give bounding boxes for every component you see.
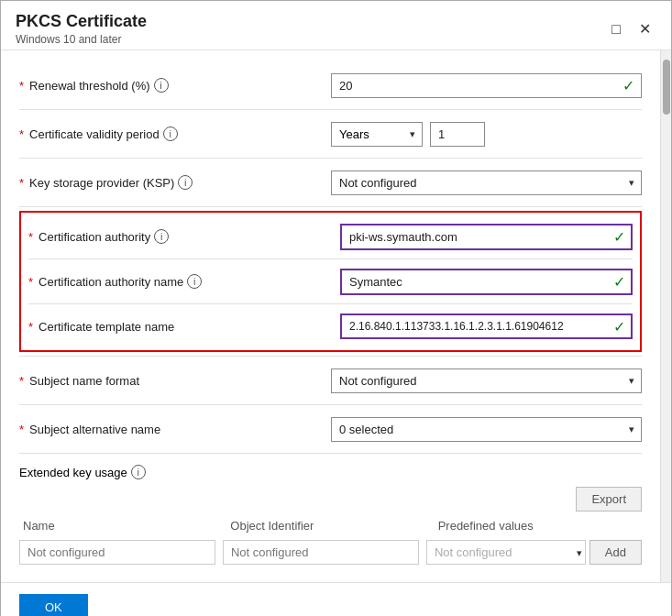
validity-unit-wrapper: Years Months Days ▾: [331, 122, 423, 147]
highlighted-section: * Certification authority i ✓: [19, 211, 642, 352]
cert-template-input-wrapper: ✓: [340, 314, 633, 339]
cert-authority-name-row: * Certification authority name i ✓: [28, 263, 633, 300]
predefined-col-header: Predefined values: [435, 519, 642, 533]
cert-template-label: * Certificate template name: [28, 320, 340, 334]
validity-period-label: * Certificate validity period i: [19, 126, 331, 141]
extended-key-section: Extended key usage i Export Name Object …: [19, 457, 642, 572]
validity-row: Years Months Days ▾: [331, 122, 642, 147]
form-area: * Renewal threshold (%) i ✓: [19, 65, 642, 572]
title-bar: PKCS Certificate Windows 10 and later □ …: [1, 1, 671, 50]
cert-authority-name-input-wrapper: ✓: [340, 269, 633, 295]
validity-value-input[interactable]: [430, 122, 485, 147]
renewal-threshold-checkmark: ✓: [622, 77, 634, 94]
ksp-info-icon[interactable]: i: [178, 175, 193, 190]
cert-authority-name-control: ✓: [340, 269, 633, 295]
required-star: *: [19, 79, 24, 93]
renewal-threshold-control: ✓: [331, 73, 642, 98]
predefined-select-wrapper: Not configured ▾: [426, 540, 586, 565]
export-row: Export: [19, 483, 642, 515]
scrollbar-thumb[interactable]: [663, 60, 670, 115]
validity-unit-select[interactable]: Years Months Days: [331, 122, 423, 147]
renewal-threshold-input[interactable]: [331, 73, 642, 98]
required-star8: *: [19, 423, 24, 436]
extended-key-info-icon[interactable]: i: [131, 465, 146, 479]
object-id-col-header: Object Identifier: [226, 519, 434, 533]
renewal-threshold-label: * Renewal threshold (%) i: [19, 78, 331, 93]
subject-alt-select-wrapper: 0 selected ▾: [331, 417, 642, 442]
cert-authority-checkmark: ✓: [613, 228, 625, 246]
cert-authority-label: * Certification authority i: [28, 229, 340, 244]
cert-template-control: ✓: [340, 314, 633, 339]
ok-button[interactable]: OK: [19, 594, 88, 616]
required-star2: *: [19, 127, 24, 141]
subject-alt-control: 0 selected ▾: [331, 417, 642, 442]
cert-authority-name-label: * Certification authority name i: [28, 274, 340, 289]
subject-name-label: * Subject name format: [19, 374, 331, 388]
required-star6: *: [28, 320, 33, 334]
ksp-row: * Key storage provider (KSP) i Not confi…: [19, 162, 642, 203]
required-star4: *: [28, 230, 33, 244]
cert-template-row: * Certificate template name ✓: [28, 308, 633, 345]
form-content: * Renewal threshold (%) i ✓: [1, 50, 660, 582]
cert-authority-name-checkmark: ✓: [613, 273, 625, 291]
close-button[interactable]: ✕: [633, 18, 656, 39]
predefined-select[interactable]: Not configured: [426, 540, 586, 565]
subject-alt-label: * Subject alternative name: [19, 423, 331, 436]
subject-name-select-wrapper: Not configured ▾: [331, 368, 642, 393]
title-bar-left: PKCS Certificate Windows 10 and later: [16, 12, 147, 46]
validity-period-control: Years Months Days ▾: [331, 122, 642, 147]
title-bar-controls: □ ✕: [606, 18, 656, 39]
table-header: Name Object Identifier Predefined values: [19, 515, 642, 536]
subject-name-row: * Subject name format Not configured ▾: [19, 360, 642, 401]
minimize-button[interactable]: □: [606, 19, 626, 39]
validity-period-row: * Certificate validity period i Years Mo…: [19, 114, 642, 154]
required-star7: *: [19, 374, 24, 388]
subject-name-select[interactable]: Not configured: [331, 368, 642, 393]
cert-template-input[interactable]: [340, 314, 633, 339]
cert-authority-name-info-icon[interactable]: i: [187, 274, 202, 289]
cert-authority-row: * Certification authority i ✓: [28, 218, 633, 255]
add-button[interactable]: Add: [589, 540, 642, 565]
scrollbar[interactable]: [660, 50, 671, 582]
subject-alt-select[interactable]: 0 selected: [331, 417, 642, 442]
cert-authority-input-wrapper: ✓: [340, 224, 633, 250]
ksp-label: * Key storage provider (KSP) i: [19, 175, 331, 190]
export-button[interactable]: Export: [576, 487, 642, 512]
extended-key-header: Extended key usage i: [19, 461, 642, 483]
ksp-select[interactable]: Not configured: [331, 170, 642, 195]
required-star3: *: [19, 176, 24, 190]
cert-authority-input[interactable]: [340, 224, 633, 250]
required-star5: *: [28, 275, 33, 289]
cert-template-checkmark: ✓: [613, 318, 625, 336]
table-input-row: Not configured ▾ Add: [19, 536, 642, 568]
renewal-threshold-input-wrapper: ✓: [331, 73, 642, 98]
name-col-header: Name: [19, 519, 226, 533]
cert-authority-control: ✓: [340, 224, 633, 250]
ksp-select-wrapper: Not configured ▾: [331, 170, 642, 195]
pkcs-certificate-dialog: PKCS Certificate Windows 10 and later □ …: [0, 0, 672, 616]
renewal-info-icon[interactable]: i: [154, 78, 169, 93]
name-input[interactable]: [19, 540, 215, 565]
ksp-control: Not configured ▾: [331, 170, 642, 195]
dialog-title: PKCS Certificate: [16, 12, 147, 31]
subject-name-control: Not configured ▾: [331, 368, 642, 393]
subject-alt-row: * Subject alternative name 0 selected ▾: [19, 409, 642, 449]
predefined-wrapper: Not configured ▾ Add: [426, 540, 642, 565]
footer: OK: [1, 582, 671, 616]
cert-authority-name-input[interactable]: [340, 269, 633, 295]
object-id-input[interactable]: [223, 540, 419, 565]
validity-info-icon[interactable]: i: [163, 126, 178, 141]
dialog-subtitle: Windows 10 and later: [16, 33, 147, 46]
cert-authority-info-icon[interactable]: i: [154, 229, 169, 244]
renewal-threshold-row: * Renewal threshold (%) i ✓: [19, 65, 642, 105]
